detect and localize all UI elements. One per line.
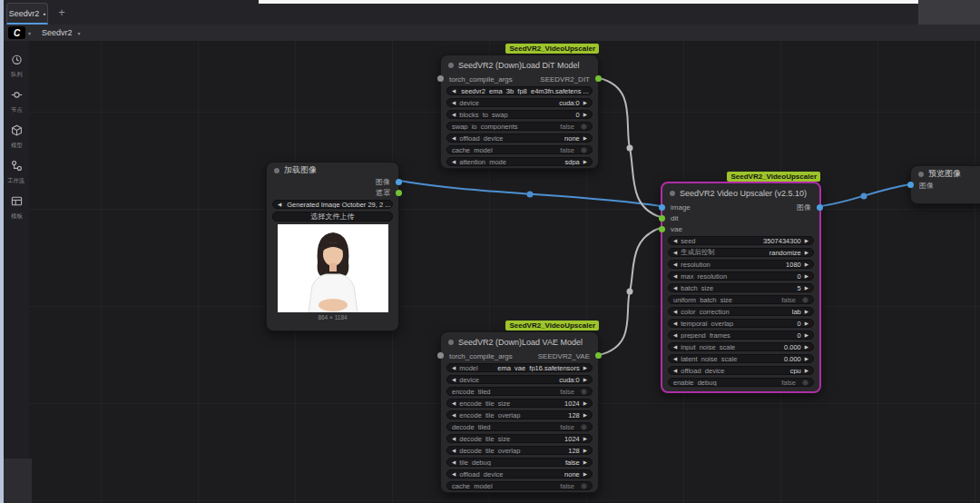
node-seedvr2-upscaler[interactable]: SeedVR2_VideoUpscaler SeedVR2 Video Upsc… [661, 182, 821, 393]
image-preview[interactable] [278, 224, 388, 312]
widget-decode-tile-size[interactable]: ◀decode_tile_size1024▶ [446, 434, 593, 443]
next-arrow-icon[interactable]: ▶ [583, 412, 587, 418]
toggle-knob[interactable] [802, 297, 808, 303]
prev-arrow-icon[interactable]: ◀ [673, 250, 677, 255]
widget-resolution[interactable]: ◀resolution1080▶ [668, 260, 814, 269]
toggle-knob[interactable] [581, 147, 587, 153]
next-arrow-icon[interactable]: ▶ [805, 368, 808, 373]
next-arrow-icon[interactable]: ▶ [805, 273, 808, 279]
node-load-image[interactable]: 加载图像 图像 遮罩 ◀ Generated Image October 29,… [266, 162, 399, 331]
next-arrow-icon[interactable]: ▶ [805, 332, 808, 338]
input-slot-image[interactable] [659, 204, 665, 211]
sidebar-item-workflows[interactable]: 工作流 [4, 159, 29, 185]
widget-encode-tiled[interactable]: encode_tiledfalse [446, 387, 593, 396]
next-arrow-icon[interactable]: ▶ [583, 471, 587, 477]
prev-arrow-icon[interactable]: ◀ [452, 159, 456, 164]
next-arrow-icon[interactable]: ▶ [805, 238, 808, 243]
node-title-bar[interactable]: SeedVR2 (Down)Load DiT Model [441, 55, 598, 72]
collapse-dot-icon[interactable] [448, 63, 454, 68]
widget-uniform-batch-size[interactable]: uniform_batch_sizefalse [668, 295, 814, 304]
next-arrow-icon[interactable]: ▶ [805, 344, 808, 350]
input-slot-torch-compile-args[interactable] [437, 75, 444, 82]
widget-blocks-to-swap[interactable]: ◀blocks_to_swap0▶ [446, 110, 593, 119]
collapse-dot-icon[interactable] [448, 340, 454, 345]
input-slot-dit[interactable] [659, 215, 665, 222]
widget-max-resolution[interactable]: ◀max_resolution0▶ [668, 271, 814, 281]
prev-arrow-icon[interactable]: ◀ [452, 436, 456, 441]
widget-offload-device[interactable]: ◀offload_devicenone▶ [446, 133, 593, 143]
input-slot-torch-compile-args[interactable] [437, 352, 444, 359]
widget-cache-model[interactable]: cache_modelfalse [446, 481, 593, 490]
widget-model[interactable]: ◀modelema_vae_fp16.safetensors▶ [446, 363, 593, 372]
prev-arrow-icon[interactable]: ◀ [673, 321, 677, 326]
widget-cache-model[interactable]: cache_modelfalse [446, 145, 593, 154]
next-arrow-icon[interactable]: ▶ [583, 459, 587, 465]
prev-arrow-icon[interactable]: ◀ [452, 448, 456, 453]
widget-input-noise-scale[interactable]: ◀input_noise_scale0.000▶ [668, 342, 814, 351]
upload-file-button[interactable]: 选择文件上传 [272, 212, 393, 222]
widget-encode-tile-overlap[interactable]: ◀encode_tile_overlap128▶ [446, 410, 593, 419]
next-arrow-icon[interactable]: ▶ [805, 356, 808, 361]
node-title-bar[interactable]: 加载图像 [267, 163, 398, 176]
prev-arrow-icon[interactable]: ◀ [452, 400, 456, 406]
toggle-knob[interactable] [581, 123, 587, 130]
widget-encode-tile-size[interactable]: ◀encode_tile_size1024▶ [446, 399, 593, 408]
next-arrow-icon[interactable]: ▶ [805, 321, 808, 326]
prev-arrow-icon[interactable]: ◀ [452, 365, 456, 370]
widget-decode-tiled[interactable]: decode_tiledfalse [446, 422, 593, 431]
next-arrow-icon[interactable]: ▶ [583, 135, 587, 141]
workflow-name-menu[interactable]: Seedvr2 ▾ [42, 28, 81, 37]
widget-enable-debug[interactable]: enable_debugfalse [668, 378, 814, 387]
sidebar-item-nodes[interactable]: 节点 [4, 88, 29, 114]
widget-latent-noise-scale[interactable]: ◀latent_noise_scale0.000▶ [668, 354, 814, 363]
toggle-knob[interactable] [581, 389, 587, 395]
prev-arrow-icon[interactable]: ◀ [452, 112, 456, 117]
widget-batch-size[interactable]: ◀batch_size5▶ [668, 283, 814, 292]
toggle-knob[interactable] [581, 424, 587, 430]
input-slot-vae[interactable] [659, 226, 665, 232]
collapse-dot-icon[interactable] [670, 191, 675, 196]
prev-arrow-icon[interactable]: ◀ [452, 135, 456, 141]
output-slot-image[interactable] [396, 179, 402, 185]
widget-decode-tile-overlap[interactable]: ◀decode_tile_overlap128▶ [446, 446, 593, 455]
tab-seedvr2[interactable]: Seedvr2 ● [6, 3, 48, 25]
node-title-bar[interactable]: SeedVR2 Video Upscaler (v2.5.10) [662, 183, 819, 200]
collapse-dot-icon[interactable] [274, 168, 279, 173]
widget-dit-model[interactable]: ◀seedvr2_ema_3b_fp8_e4m3fn.safetens ...▶ [446, 86, 593, 95]
collapse-dot-icon[interactable] [918, 172, 924, 177]
next-arrow-icon[interactable]: ▶ [805, 261, 808, 267]
next-arrow-icon[interactable]: ▶ [583, 159, 587, 164]
prev-arrow-icon[interactable]: ◀ [673, 344, 677, 350]
widget-color-correction[interactable]: ◀color_correctionlab▶ [668, 307, 814, 316]
next-arrow-icon[interactable]: ▶ [583, 436, 587, 441]
node-dit-loader[interactable]: SeedVR2_VideoUpscaler SeedVR2 (Down)Load… [440, 54, 599, 169]
prev-arrow-icon[interactable]: ◀ [673, 356, 677, 361]
widget-offload-device[interactable]: ◀offload_devicenone▶ [446, 469, 593, 478]
widget-control-after-generate[interactable]: ◀生成后控制randomize▶ [668, 248, 814, 257]
comfyui-logo[interactable]: C [8, 26, 25, 39]
logo-caret-icon[interactable]: ▾ [28, 30, 31, 36]
prev-arrow-icon[interactable]: ◀ [673, 238, 677, 243]
prev-arrow-icon[interactable]: ◀ [452, 459, 456, 465]
output-slot-seedvr2-vae[interactable] [595, 352, 602, 359]
node-title-bar[interactable]: SeedVR2 (Down)Load VAE Model [441, 332, 598, 349]
next-arrow-icon[interactable]: ▶ [583, 112, 587, 117]
input-slot-image[interactable] [907, 182, 914, 188]
prev-arrow-icon[interactable]: ◀ [278, 202, 281, 207]
prev-arrow-icon[interactable]: ◀ [673, 309, 677, 314]
prev-arrow-icon[interactable]: ◀ [673, 273, 677, 279]
widget-tile-debug[interactable]: ◀tile_debugfalse▶ [446, 458, 593, 467]
toggle-knob[interactable] [581, 483, 587, 489]
widget-attention-mode[interactable]: ◀attention_modesdpa▶ [446, 157, 593, 166]
node-title-bar[interactable]: 预览图像 [911, 166, 980, 180]
widget-offload-device[interactable]: ◀offload_devicecpu▶ [668, 366, 814, 375]
sidebar-item-queue[interactable]: 队列 [4, 53, 29, 79]
next-arrow-icon[interactable]: ▶ [583, 400, 587, 406]
sidebar-item-templates[interactable]: 模板 [4, 194, 29, 221]
prev-arrow-icon[interactable]: ◀ [452, 412, 456, 418]
prev-arrow-icon[interactable]: ◀ [452, 100, 456, 105]
node-preview-image[interactable]: 预览图像 图像 [910, 165, 980, 204]
new-tab-button[interactable]: + [54, 4, 70, 20]
next-arrow-icon[interactable]: ▶ [805, 309, 808, 314]
widget-temporal-overlap[interactable]: ◀temporal_overlap0▶ [668, 319, 814, 328]
